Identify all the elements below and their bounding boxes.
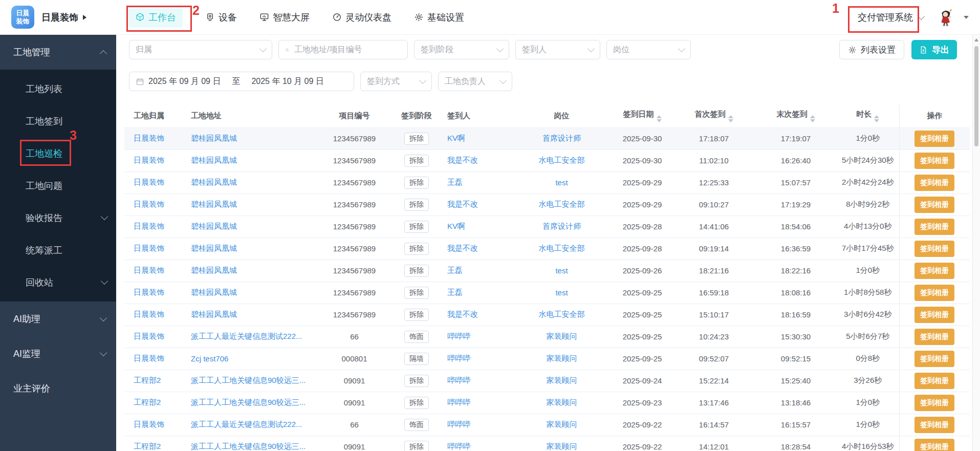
sidebar-group-4[interactable]: 业主评价 [0, 371, 116, 406]
position-link[interactable]: 家装顾问 [547, 376, 577, 384]
sidebar-item-统筹派工[interactable]: 统筹派工 [0, 234, 116, 266]
site-owner-link[interactable]: 日晨装饰 [134, 420, 164, 428]
signin-album-button[interactable]: 签到相册 [914, 285, 954, 301]
site-search[interactable] [278, 40, 408, 59]
position-link[interactable]: 水电工安全部 [539, 200, 585, 208]
position-link[interactable]: 首席设计师 [542, 222, 581, 230]
avatar[interactable] [935, 7, 956, 28]
scrollbar-thumb[interactable] [974, 46, 978, 146]
nav-item-2[interactable]: 设备 [205, 11, 237, 24]
sidebar-group-3[interactable]: AI监理 [0, 336, 116, 371]
signin-album-button[interactable]: 签到相册 [914, 153, 954, 169]
signin-person-link[interactable]: 我是不改 [447, 200, 478, 208]
site-address-link[interactable]: 碧桂园凤凰城 [191, 156, 237, 164]
site-address-link[interactable]: 派工工人工地关键信息90较远三... [191, 398, 306, 406]
position-link[interactable]: 水电工安全部 [539, 244, 585, 252]
signin-person-link[interactable]: 哔哔哔 [447, 420, 470, 428]
signin-person-link[interactable]: 王磊 [447, 266, 463, 274]
site-owner-link[interactable]: 日晨装饰 [134, 288, 164, 296]
nav-item-5[interactable]: 基础设置 [414, 11, 464, 24]
signin-album-button[interactable]: 签到相册 [914, 307, 954, 323]
column-header-签到日期[interactable]: 签到日期 [612, 105, 673, 127]
position-link[interactable]: test [555, 178, 568, 187]
sidebar-item-验收报告[interactable]: 验收报告 [0, 202, 116, 234]
signin-person-link[interactable]: 哔哔哔 [447, 398, 470, 406]
sidebar-item-工地列表[interactable]: 工地列表 [0, 73, 116, 105]
sidebar-item-工地签到[interactable]: 工地签到 [0, 105, 116, 137]
site-owner-link[interactable]: 日晨装饰 [134, 354, 164, 362]
site-address-link[interactable]: 碧桂园凤凰城 [191, 134, 237, 142]
signin-person-link[interactable]: KV啊 [447, 134, 465, 142]
sidebar-group-2[interactable]: AI助理 [0, 302, 116, 336]
site-address-link[interactable]: 碧桂园凤凰城 [191, 266, 237, 274]
list-settings-button[interactable]: 列表设置 [839, 40, 904, 59]
site-manager-select[interactable]: 工地负责人 [438, 72, 512, 91]
column-header-末次签到[interactable]: 末次签到 [755, 105, 837, 127]
site-owner-link[interactable]: 日晨装饰 [134, 156, 164, 164]
column-header-首次签到[interactable]: 首次签到 [673, 105, 755, 127]
position-select[interactable]: 岗位 [606, 40, 691, 59]
site-owner-link[interactable]: 工程部2 [134, 398, 161, 406]
position-link[interactable]: test [555, 266, 568, 275]
site-address-link[interactable]: 碧桂园凤凰城 [191, 244, 237, 252]
owner-select[interactable]: 归属 [129, 40, 272, 59]
site-address-link[interactable]: 派工工人工地关键信息90较远三... [191, 442, 306, 450]
signin-person-link[interactable]: KV啊 [447, 222, 465, 230]
signin-person-link[interactable]: 哔哔哔 [447, 354, 470, 362]
nav-item-3[interactable]: 智慧大屏 [259, 11, 310, 24]
site-owner-link[interactable]: 日晨装饰 [134, 310, 164, 318]
position-link[interactable]: 家装顾问 [547, 442, 577, 450]
site-owner-link[interactable]: 日晨装饰 [134, 244, 164, 252]
site-owner-link[interactable]: 日晨装饰 [134, 332, 164, 340]
site-address-link[interactable]: 派工工人最近关键信息测试222... [191, 332, 302, 340]
signin-person-link[interactable]: 王磊 [447, 288, 463, 296]
date-range-picker[interactable]: 2025 年 09 月 09 日 至 2025 年 10 月 09 日 [129, 72, 354, 91]
sort-carets-icon[interactable] [874, 115, 879, 122]
site-owner-link[interactable]: 工程部2 [134, 442, 161, 450]
export-button[interactable]: 导出 [911, 40, 957, 59]
sort-carets-icon[interactable] [657, 115, 662, 122]
position-link[interactable]: 家装顾问 [547, 420, 577, 428]
signin-album-button[interactable]: 签到相册 [914, 175, 954, 191]
sidebar-item-工地问题[interactable]: 工地问题 [0, 169, 116, 202]
site-owner-link[interactable]: 日晨装饰 [134, 134, 164, 142]
site-owner-link[interactable]: 日晨装饰 [134, 178, 164, 186]
site-address-link[interactable]: 派工工人工地关键信息90较远三... [191, 376, 306, 384]
site-owner-link[interactable]: 工程部2 [134, 376, 161, 384]
vertical-scrollbar[interactable] [972, 35, 980, 451]
signin-person-link[interactable]: 王磊 [447, 178, 463, 186]
position-link[interactable]: 首席设计师 [542, 134, 581, 142]
position-link[interactable]: 家装顾问 [547, 332, 577, 340]
sidebar-item-工地巡检[interactable]: 工地巡检 [0, 137, 116, 169]
signin-album-button[interactable]: 签到相册 [914, 373, 954, 389]
site-address-link[interactable]: 派工工人最近关键信息测试222... [191, 420, 302, 428]
signin-album-button[interactable]: 签到相册 [914, 439, 954, 451]
site-address-link[interactable]: 碧桂园凤凰城 [191, 310, 237, 318]
site-address-link[interactable]: 碧桂园凤凰城 [191, 288, 237, 296]
sidebar-item-回收站[interactable]: 回收站 [0, 266, 116, 298]
signin-album-button[interactable]: 签到相册 [914, 351, 954, 367]
nav-item-4[interactable]: 灵动仪表盘 [332, 11, 391, 24]
signin-person-link[interactable]: 哔哔哔 [447, 442, 470, 450]
avatar-dropdown-caret-icon[interactable] [964, 16, 969, 19]
signin-album-button[interactable]: 签到相册 [914, 219, 954, 235]
position-link[interactable]: 家装顾问 [547, 354, 577, 362]
site-address-link[interactable]: 碧桂园凤凰城 [191, 222, 237, 230]
site-address-link[interactable]: Zcj test706 [191, 354, 228, 363]
site-owner-link[interactable]: 日晨装饰 [134, 200, 164, 208]
position-link[interactable]: 水电工安全部 [539, 310, 585, 318]
position-link[interactable]: 家装顾问 [547, 398, 577, 406]
column-header-时长[interactable]: 时长 [837, 105, 899, 127]
signin-album-button[interactable]: 签到相册 [914, 329, 954, 345]
site-search-input[interactable] [293, 45, 401, 55]
signin-album-button[interactable]: 签到相册 [914, 395, 954, 411]
sort-carets-icon[interactable] [810, 115, 815, 122]
site-owner-link[interactable]: 日晨装饰 [134, 266, 164, 274]
stage-select[interactable]: 签到阶段 [414, 40, 509, 59]
position-link[interactable]: test [555, 288, 568, 297]
position-link[interactable]: 水电工安全部 [539, 156, 585, 164]
signin-person-link[interactable]: 我是不改 [447, 310, 478, 318]
signin-method-select[interactable]: 签到方式 [360, 72, 432, 91]
signin-album-button[interactable]: 签到相册 [914, 197, 954, 213]
signin-album-button[interactable]: 签到相册 [914, 417, 954, 433]
